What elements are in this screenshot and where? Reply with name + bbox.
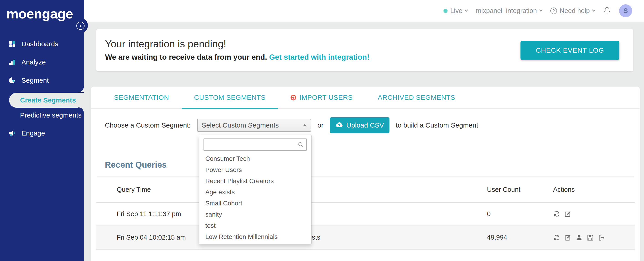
project-name: mixpanel_integration — [476, 7, 537, 14]
table-row: Fri Sep 04 10:02:15 am Users in custom s… — [96, 226, 635, 250]
main-content: Your integration is pending! We are wait… — [84, 22, 644, 261]
chevron-down-icon — [539, 8, 543, 12]
recent-queries-table: Query Time User Count Actions Fri Sep 11… — [96, 177, 635, 250]
edit-icon[interactable] — [564, 234, 572, 241]
sidebar-nav: Dashboards Analyze — [0, 35, 84, 142]
grid-icon — [9, 40, 16, 47]
export-icon[interactable] — [598, 234, 605, 241]
dropdown-option[interactable]: sanity — [199, 209, 311, 220]
tab-archived-segments[interactable]: ARCHIVED SEGMENTS — [365, 86, 468, 109]
sidebar-subitem-label: Create Segments — [20, 96, 76, 104]
save-icon[interactable] — [586, 234, 594, 241]
custom-segments-dropdown: Consumer Tech Power Users Recent Playlis… — [199, 135, 312, 244]
user-count-cell: 0 — [487, 210, 553, 218]
query-time-cell: Fri Sep 11 1:11:37 pm — [117, 210, 212, 218]
tab-label: CUSTOM SEGMENTS — [194, 94, 266, 101]
refresh-icon[interactable] — [553, 210, 560, 218]
sidebar-item-engage[interactable]: Engage — [0, 124, 84, 142]
select-value: Select Custom Segments — [202, 121, 279, 129]
collapse-sidebar-button[interactable]: ‹ — [76, 22, 84, 30]
upload-csv-button[interactable]: Upload CSV — [330, 117, 390, 133]
bell-icon — [603, 6, 611, 15]
sidebar-item-predictive-segments[interactable]: Predictive segments — [0, 108, 84, 123]
chevron-left-icon: ‹ — [80, 22, 82, 29]
import-users-badge-icon — [290, 95, 296, 100]
sidebar-item-segment[interactable]: Segment — [0, 71, 84, 89]
check-event-log-button[interactable]: CHECK EVENT LOG — [520, 41, 620, 60]
column-header-actions: Actions — [553, 186, 628, 193]
sidebar-subitem-label: Predictive segments — [20, 111, 82, 119]
help-menu[interactable]: ? Need help — [550, 7, 595, 14]
dropdown-option[interactable]: Small Cohort — [199, 198, 311, 209]
sidebar-item-dashboards[interactable]: Dashboards — [0, 35, 84, 53]
column-header-user-count: User Count — [487, 186, 553, 193]
bar-chart-icon — [9, 59, 16, 66]
dropdown-option[interactable]: Consumer Tech — [199, 153, 311, 164]
tab-label: SEGMENTATION — [114, 94, 169, 101]
or-text: or — [318, 121, 324, 129]
topbar: Live mixpanel_integration ? Need help S — [84, 0, 644, 22]
edit-icon[interactable] — [564, 210, 572, 218]
table-header-row: Query Time User Count Actions — [96, 177, 635, 203]
dropdown-option[interactable]: Power Users — [199, 164, 311, 175]
environment-label: Live — [450, 7, 462, 14]
chevron-down-icon — [465, 8, 468, 12]
sidebar-item-label: Dashboards — [22, 40, 58, 48]
tab-import-users[interactable]: IMPORT USERS — [278, 86, 365, 109]
custom-segment-picker-row: Choose a Custom Segment: Select Custom S… — [105, 117, 640, 133]
dropdown-option[interactable]: test — [199, 220, 311, 231]
recent-queries-title: Recent Queries — [105, 160, 640, 170]
actions-cell — [553, 210, 628, 218]
sidebar: moengage Dashboards — [0, 0, 84, 261]
actions-cell — [553, 234, 628, 241]
live-status-dot — [444, 9, 448, 13]
app-root: moengage Dashboards — [0, 0, 644, 261]
dropdown-option[interactable]: Recent Playlist Creators — [199, 175, 311, 187]
notifications-button[interactable] — [603, 6, 611, 15]
sidebar-item-create-segments[interactable]: Create Segments — [9, 93, 84, 108]
tab-label: IMPORT USERS — [300, 94, 352, 101]
column-header-query-time: Query Time — [117, 186, 212, 193]
picker-suffix-text: to build a Custom Segment — [396, 121, 478, 129]
segment-search-input[interactable] — [204, 138, 307, 151]
dropdown-option[interactable]: Age exists — [199, 187, 311, 198]
tab-custom-segments[interactable]: CUSTOM SEGMENTS — [182, 86, 278, 109]
moengage-logo: moengage — [0, 0, 84, 22]
tab-segmentation[interactable]: SEGMENTATION — [102, 86, 182, 109]
custom-segments-select[interactable]: Select Custom Segments — [197, 119, 311, 132]
avatar[interactable]: S — [619, 4, 632, 17]
user-icon[interactable] — [576, 234, 583, 241]
query-time-cell: Fri Sep 04 10:02:15 am — [117, 234, 212, 241]
select-wrapper: Select Custom Segments — [197, 119, 311, 132]
search-icon — [298, 141, 304, 148]
refresh-icon[interactable] — [553, 234, 560, 241]
table-row: Fri Sep 11 1:11:37 pm 0 — [96, 203, 635, 226]
user-count-cell: 49,994 — [487, 234, 553, 241]
help-label: Need help — [560, 7, 590, 14]
segments-card: SEGMENTATION CUSTOM SEGMENTS IMPORT USER… — [91, 87, 640, 261]
project-switcher[interactable]: mixpanel_integration — [476, 7, 542, 14]
cloud-upload-icon — [336, 121, 343, 129]
get-started-link[interactable]: Get started with integration! — [269, 53, 370, 61]
sidebar-item-label: Engage — [22, 129, 45, 137]
environment-switcher[interactable]: Live — [444, 7, 468, 14]
sidebar-item-label: Analyze — [22, 58, 46, 66]
dropdown-option[interactable]: Low Retention Millennials — [199, 231, 311, 242]
sidebar-curve-top — [78, 87, 84, 92]
banner-subtitle-text: We are waiting to receive data from your… — [105, 53, 267, 61]
avatar-initial: S — [624, 7, 628, 14]
dropdown-arrow-up-icon — [303, 124, 306, 126]
upload-csv-label: Upload CSV — [346, 121, 384, 129]
dropdown-search-wrap — [204, 138, 307, 151]
sidebar-item-label: Segment — [22, 76, 49, 84]
pie-chart-icon — [9, 77, 16, 84]
help-icon: ? — [550, 7, 557, 14]
chevron-down-icon — [592, 8, 596, 12]
sidebar-curve-bottom — [78, 107, 84, 113]
tab-bar: SEGMENTATION CUSTOM SEGMENTS IMPORT USER… — [91, 87, 640, 109]
tab-label: ARCHIVED SEGMENTS — [378, 94, 455, 101]
megaphone-icon — [9, 130, 16, 137]
integration-pending-banner: Your integration is pending! We are wait… — [96, 29, 633, 71]
picker-label: Choose a Custom Segment: — [105, 121, 191, 129]
sidebar-item-analyze[interactable]: Analyze — [0, 53, 84, 71]
